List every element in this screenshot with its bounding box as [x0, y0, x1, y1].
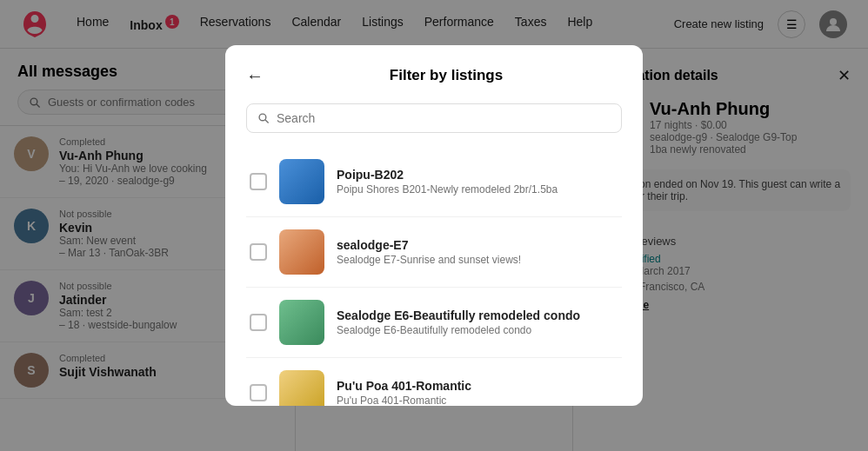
listing-thumbnail: [279, 300, 324, 345]
listing-info: Sealodge E6-Beautifully remodeled condo …: [337, 308, 618, 336]
listing-checkbox[interactable]: [250, 243, 267, 261]
listing-thumbnail: [279, 229, 324, 275]
modal-back-button[interactable]: ←: [246, 66, 264, 86]
listing-thumbnail: [279, 370, 324, 406]
listing-subtitle: Sealodge E7-Sunrise and sunset views!: [337, 254, 618, 266]
listing-info: Poipu-B202 Poipu Shores B201-Newly remod…: [337, 168, 618, 196]
listing-subtitle: Poipu Shores B201-Newly remodeled 2br/1.…: [337, 183, 618, 196]
modal-overlay: ← Filter by listings Poipu-B202 Poipu Sh…: [0, 0, 868, 451]
listing-checkbox[interactable]: [250, 384, 267, 401]
svg-point-3: [259, 114, 266, 121]
modal-header: ← Filter by listings: [246, 66, 622, 86]
listing-subtitle: Sealodge E6-Beautifully remodeled condo: [337, 324, 618, 336]
listing-item[interactable]: Pu'u Poa 401-Romantic Pu'u Poa 401-Roman…: [246, 358, 622, 406]
modal-search-icon: [257, 112, 270, 124]
listing-item[interactable]: Poipu-B202 Poipu Shores B201-Newly remod…: [246, 147, 622, 217]
listing-title: Pu'u Poa 401-Romantic: [337, 379, 618, 393]
listing-item[interactable]: Sealodge E6-Beautifully remodeled condo …: [246, 288, 622, 358]
listing-subtitle: Pu'u Poa 401-Romantic: [337, 395, 618, 406]
listing-item[interactable]: sealodge-E7 Sealodge E7-Sunrise and suns…: [246, 217, 622, 288]
listing-checkbox[interactable]: [250, 173, 267, 190]
svg-line-4: [265, 120, 269, 123]
listing-title: Poipu-B202: [337, 168, 618, 182]
modal-title: Filter by listings: [270, 67, 622, 84]
listing-info: Pu'u Poa 401-Romantic Pu'u Poa 401-Roman…: [337, 379, 618, 406]
listing-checkbox[interactable]: [250, 314, 267, 331]
modal-search-input[interactable]: [277, 111, 611, 125]
listing-info: sealodge-E7 Sealodge E7-Sunrise and suns…: [337, 238, 618, 266]
listing-title: sealodge-E7: [337, 238, 618, 252]
modal-search-bar: [246, 103, 622, 133]
filter-modal: ← Filter by listings Poipu-B202 Poipu Sh…: [225, 45, 643, 406]
listing-title: Sealodge E6-Beautifully remodeled condo: [337, 308, 618, 322]
listing-thumbnail: [279, 159, 324, 204]
